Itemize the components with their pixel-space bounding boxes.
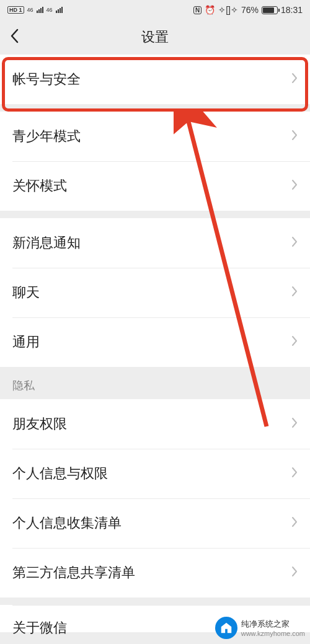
signal-icon-2 [56,7,63,13]
item-label: 聊天 [12,283,40,302]
battery-pct: 76% [241,5,259,15]
nfc-icon: N [193,6,202,14]
status-bar: HD 1 46 46 N ⏰ ✧[]✧ 76% 18:31 [0,0,310,20]
chevron-right-icon [291,71,298,87]
item-label: 帐号与安全 [12,70,81,89]
alarm-icon: ⏰ [205,5,215,15]
chevron-right-icon [291,235,298,251]
nav-header: 设置 [0,20,310,55]
item-third-party-share-list[interactable]: 第三方信息共享清单 [0,548,310,598]
item-friend-permissions[interactable]: 朋友权限 [0,399,310,449]
section-gap [0,104,310,112]
item-care-mode[interactable]: 关怀模式 [0,161,310,211]
signal-sup-2: 46 [46,7,53,13]
item-personal-info-permissions[interactable]: 个人信息与权限 [0,449,310,498]
item-label: 个人信息收集清单 [12,514,122,532]
item-info-collection-list[interactable]: 个人信息收集清单 [0,498,310,548]
signal-sup-1: 46 [27,7,33,13]
vibrate-icon: ✧[]✧ [218,5,238,15]
item-chat[interactable]: 聊天 [0,268,310,317]
watermark: 纯净系统之家 www.kzmyhome.com [215,617,305,639]
item-label: 第三方信息共享清单 [12,563,135,582]
status-left: HD 1 46 46 [7,6,63,14]
chevron-left-icon [10,29,19,43]
chevron-right-icon [291,334,298,350]
list-group-privacy: 朋友权限 个人信息与权限 个人信息收集清单 第三方信息共享清单 [0,399,310,598]
watermark-icon [215,617,237,639]
chevron-right-icon [291,285,298,301]
page-title: 设置 [0,28,310,46]
chevron-right-icon [291,416,298,432]
item-label: 通用 [12,333,40,351]
hd-badge: HD 1 [7,6,24,14]
item-label: 关于微信 [12,619,67,637]
chevron-right-icon [291,565,298,581]
section-gap [0,211,310,218]
chevron-right-icon [291,178,298,194]
section-gap [0,598,310,605]
watermark-name: 纯净系统之家 [241,619,305,630]
chevron-right-icon [291,515,298,531]
item-notifications[interactable]: 新消息通知 [0,218,310,268]
chevron-right-icon [291,128,298,144]
item-account-security[interactable]: 帐号与安全 [0,55,310,104]
status-time: 18:31 [281,5,303,15]
item-label: 朋友权限 [12,415,67,433]
section-header-privacy: 隐私 [0,367,310,399]
list-group-general: 新消息通知 聊天 通用 [0,218,310,367]
item-youth-mode[interactable]: 青少年模式 [0,112,310,161]
chevron-right-icon [291,465,298,482]
item-label: 关怀模式 [12,177,67,195]
signal-icon [37,7,43,13]
item-label: 个人信息与权限 [12,464,108,483]
list-group-account: 帐号与安全 [0,55,310,104]
back-button[interactable] [10,29,19,46]
item-label: 青少年模式 [12,127,81,146]
status-right: N ⏰ ✧[]✧ 76% 18:31 [193,5,303,15]
item-label: 新消息通知 [12,234,81,252]
watermark-text: 纯净系统之家 www.kzmyhome.com [241,619,305,637]
watermark-url: www.kzmyhome.com [241,630,305,637]
battery-icon [262,6,278,14]
list-group-modes: 青少年模式 关怀模式 [0,112,310,211]
item-general[interactable]: 通用 [0,317,310,367]
